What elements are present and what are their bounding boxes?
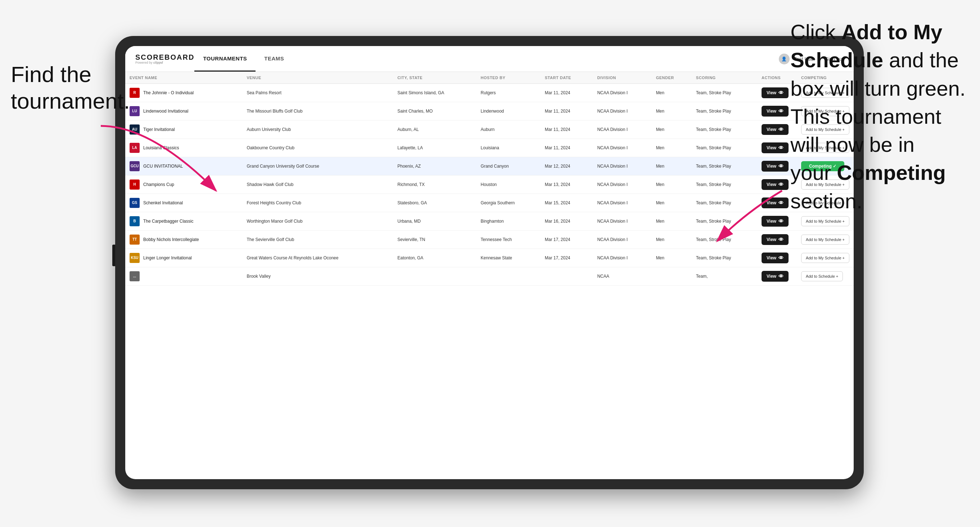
event-name-cell: HChampions Cup (125, 176, 242, 194)
add-to-schedule-button[interactable]: Add to My Schedule + (801, 253, 850, 263)
view-button[interactable]: View 👁 (762, 161, 789, 171)
division-cell: NCAA Division I (593, 121, 651, 139)
hosted-by-cell: Auburn (477, 121, 541, 139)
competing-cell: Add to My Schedule + (797, 230, 854, 249)
venue-cell: Grand Canyon University Golf Course (242, 157, 393, 176)
annotation-right: Click Add to MySchedule and the box will… (790, 18, 966, 215)
team-logo: GCU (130, 161, 140, 171)
view-button[interactable]: View 👁 (762, 87, 789, 98)
event-name-cell: TTBobby Nichols Intercollegiate (125, 230, 242, 249)
table-row: LALouisiana ClassicsOakbourne Country Cl… (125, 139, 854, 157)
team-logo: ... (130, 271, 140, 281)
scoring-cell: Team, Stroke Play (692, 139, 757, 157)
city-state-cell: Urbana, MD (393, 212, 476, 230)
event-name: Linger Longer Invitational (143, 255, 192, 261)
add-to-schedule-button[interactable]: Add to Schedule + (801, 271, 843, 281)
add-to-schedule-button[interactable]: Add to My Schedule + (801, 235, 850, 244)
city-state-cell: Phoenix, AZ (393, 157, 476, 176)
event-name-cell: GSSchenkel Invitational (125, 194, 242, 212)
table-row: LULindenwood InvitationalThe Missouri Bl… (125, 102, 854, 121)
gender-cell: Men (652, 176, 692, 194)
venue-cell: Brook Valley (242, 267, 393, 286)
col-city-state: CITY, STATE (393, 72, 476, 84)
start-date-cell: Mar 17, 2024 (541, 249, 593, 267)
team-logo: LU (130, 106, 140, 116)
annotation-left: Find thetournament. (11, 61, 130, 115)
city-state-cell: Richmond, TX (393, 176, 476, 194)
start-date-cell: Mar 15, 2024 (541, 194, 593, 212)
gender-cell: Men (652, 249, 692, 267)
logo-subtitle: Powered by clippd (135, 61, 194, 64)
event-name: Tiger Invitational (143, 127, 175, 133)
tablet-screen: SCOREBOARD Powered by clippd TOURNAMENTS… (125, 46, 854, 479)
arrow-right (696, 183, 789, 256)
start-date-cell: Mar 12, 2024 (541, 157, 593, 176)
event-name-cell: LULindenwood Invitational (125, 102, 242, 121)
start-date-cell: Mar 11, 2024 (541, 84, 593, 102)
table-row: RThe Johnnie - O IndividualSea Palms Res… (125, 84, 854, 102)
event-name: GCU INVITATIONAL (143, 163, 183, 170)
event-name: Louisiana Classics (143, 145, 179, 151)
venue-cell: The Sevierville Golf Club (242, 230, 393, 249)
view-button[interactable]: View 👁 (762, 106, 789, 117)
event-name-cell: KSULinger Longer Invitational (125, 249, 242, 267)
view-button[interactable]: View 👁 (762, 124, 789, 135)
team-logo: GS (130, 198, 140, 208)
event-name: Schenkel Invitational (143, 200, 183, 206)
venue-cell: Auburn University Club (242, 121, 393, 139)
tablet-side-button (112, 244, 115, 266)
event-name-cell: RThe Johnnie - O Individual (125, 84, 242, 102)
hosted-by-cell: Lindenwood (477, 102, 541, 121)
division-cell: NCAA Division I (593, 230, 651, 249)
gender-cell: Men (652, 194, 692, 212)
nav-tabs: TOURNAMENTS TEAMS (194, 46, 293, 71)
division-cell: NCAA Division I (593, 212, 651, 230)
competing-cell: Add to Schedule + (797, 267, 854, 286)
hosted-by-cell: Georgia Southern (477, 194, 541, 212)
team-logo: R (130, 88, 140, 98)
event-name-cell: AUTiger Invitational (125, 121, 242, 139)
hosted-by-cell: Binghamton (477, 212, 541, 230)
city-state-cell: Statesboro, GA (393, 194, 476, 212)
hosted-by-cell: Tennessee Tech (477, 230, 541, 249)
hosted-by-cell: Grand Canyon (477, 157, 541, 176)
division-cell: NCAA Division I (593, 176, 651, 194)
col-event-name: EVENT NAME (125, 72, 242, 84)
view-button[interactable]: View 👁 (762, 271, 789, 282)
hosted-by-cell: Houston (477, 176, 541, 194)
event-name: Bobby Nichols Intercollegiate (143, 237, 199, 243)
gender-cell: Men (652, 157, 692, 176)
scoring-cell: Team, Stroke Play (692, 157, 757, 176)
hosted-by-cell: Rutgers (477, 84, 541, 102)
venue-cell: Forest Heights Country Club (242, 194, 393, 212)
hosted-by-cell: Kennesaw State (477, 249, 541, 267)
venue-cell: The Missouri Bluffs Golf Club (242, 102, 393, 121)
gender-cell: Men (652, 84, 692, 102)
col-start-date: START DATE (541, 72, 593, 84)
venue-cell: Great Waters Course At Reynolds Lake Oco… (242, 249, 393, 267)
view-button[interactable]: View 👁 (762, 143, 789, 153)
division-cell: NCAA Division I (593, 249, 651, 267)
venue-cell: Worthington Manor Golf Club (242, 212, 393, 230)
nav-tab-tournaments[interactable]: TOURNAMENTS (194, 46, 256, 71)
event-name: The Carpetbagger Classic (143, 218, 193, 224)
hosted-by-cell: Louisiana (477, 139, 541, 157)
gender-cell: Men (652, 102, 692, 121)
add-to-schedule-button[interactable]: Add to My Schedule + (801, 216, 850, 226)
team-logo: AU (130, 124, 140, 135)
division-cell: NCAA (593, 267, 651, 286)
scoring-cell: Team, Stroke Play (692, 121, 757, 139)
table-row: ...Brook ValleyNCAATeam,View 👁Add to Sch… (125, 267, 854, 286)
table-header-row: EVENT NAME VENUE CITY, STATE HOSTED BY S… (125, 72, 854, 84)
team-logo: H (130, 179, 140, 190)
city-state-cell: Saint Charles, MO (393, 102, 476, 121)
event-name-cell: BThe Carpetbagger Classic (125, 212, 242, 230)
venue-cell: Sea Palms Resort (242, 84, 393, 102)
event-name: The Johnnie - O Individual (143, 90, 194, 96)
division-cell: NCAA Division I (593, 157, 651, 176)
event-name-cell: GCUGCU INVITATIONAL (125, 157, 242, 176)
start-date-cell: Mar 17, 2024 (541, 230, 593, 249)
city-state-cell: Lafayette, LA (393, 139, 476, 157)
nav-tab-teams[interactable]: TEAMS (256, 46, 293, 71)
start-date-cell (541, 267, 593, 286)
